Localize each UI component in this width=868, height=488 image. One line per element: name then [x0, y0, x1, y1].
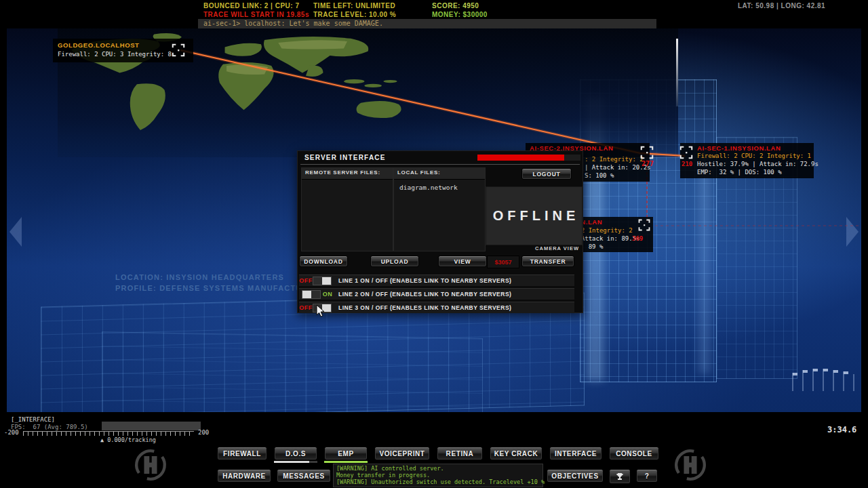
- aisec1-emp-dos: EMP: 32 % | DOS: 100 %: [697, 169, 782, 176]
- window-separator: [300, 164, 580, 165]
- trophy-icon: [616, 472, 624, 481]
- trace-warning: TRACE WILL START IN 19.85s: [203, 11, 309, 18]
- tool-console: CONSOLE: [609, 447, 659, 463]
- line1-label: LINE 1 ON / OFF (ENABLES LINK TO NEARBY …: [338, 277, 511, 284]
- download-button[interactable]: DOWNLOAD: [299, 256, 348, 267]
- trace-level: TRACE LEVEL: 10.00 %: [313, 11, 396, 18]
- achievements-button[interactable]: [609, 469, 631, 484]
- target-box-aisec1: AI-SEC-1.INSYSION.LAN Firewall: 2 CPU: 2…: [680, 143, 814, 178]
- game-logo-left: [133, 447, 168, 483]
- line1-toggle-switch[interactable]: [313, 277, 332, 285]
- aisec1-crosshair-icon[interactable]: [679, 145, 694, 160]
- lat-long: LAT: 50.98 | LONG: 42.81: [738, 2, 825, 9]
- aisec2-crosshair-icon[interactable]: [639, 145, 654, 160]
- aisec1-hostile: Hostile: 37.9% | Attack in: 72.9s: [697, 161, 818, 167]
- top-hud: BOUNCED LINK: 2 | CPU: 7 TRACE WILL STAR…: [0, 0, 868, 19]
- dos-progress-fill: [274, 461, 309, 463]
- objectives-button[interactable]: OBJECTIVES: [547, 469, 604, 483]
- line2-knob: [302, 291, 311, 298]
- message-log: [WARNING] AI controlled server. Money tr…: [333, 464, 543, 487]
- logout-button[interactable]: LOGOUT: [521, 168, 572, 180]
- aisec3-attack: | Attack in: 89.5s: [574, 235, 640, 242]
- aisec1-title: AI-SEC-1.INSYSION.LAN: [697, 144, 781, 152]
- bounced-link-cpu: BOUNCED LINK: 2 | CPU: 7: [203, 2, 299, 9]
- line2-toggle-switch[interactable]: [302, 290, 321, 299]
- tracking-slider-box[interactable]: [102, 422, 201, 430]
- tool-keycrack: KEY CRACK: [490, 447, 542, 463]
- location-line: LOCATION: INSYSION HEADQUARTERS: [115, 273, 320, 281]
- line1-knob: [322, 277, 331, 285]
- line1-state: OFF: [299, 277, 313, 284]
- aisec2-attack: | Attack in: 20.2s: [585, 164, 651, 171]
- dos-button[interactable]: D.O.S: [274, 447, 317, 460]
- camera-view-label: CAMERA VIEW: [535, 245, 579, 251]
- hack-progress-fill: [477, 155, 564, 161]
- console-line: ai-sec-1> localhost: Let's make some DAM…: [203, 20, 383, 27]
- antenna-spike: [676, 39, 678, 106]
- aisec1-distance: 210: [682, 161, 692, 167]
- offline-text: OFFLINE: [489, 208, 580, 224]
- tracking-ruler[interactable]: [23, 431, 194, 436]
- mouse-cursor: [316, 304, 326, 318]
- time-left: TIME LEFT: UNLIMITED: [313, 2, 395, 9]
- log-line: [WARNING] Unauthorized switch use detect…: [336, 479, 542, 485]
- pan-left-arrow[interactable]: [9, 217, 22, 247]
- line3-state: OFF: [299, 304, 313, 311]
- line3-label: LINE 3 ON / OFF (ENABLES LINK TO NEARBY …: [338, 304, 511, 311]
- tool-firewall: FIREWALL: [217, 447, 267, 463]
- voiceprint-button[interactable]: VOICEPRINT: [374, 447, 430, 460]
- window-title: SERVER INTERFACE: [304, 154, 386, 161]
- emp-progress-fill: [324, 461, 368, 463]
- dos-progress-bar: [274, 461, 317, 463]
- interface-button[interactable]: INTERFACE: [549, 447, 602, 460]
- aisec2-distance: 277: [642, 160, 654, 167]
- tool-button-row: FIREWALL D.O.S EMP VOICEPRINT RETINA KEY…: [217, 447, 659, 463]
- local-files-panel: LOCAL FILES: diagram.network: [393, 167, 486, 251]
- remote-files-panel: REMOTE SERVER FILES:: [301, 167, 393, 251]
- emp-progress-bar: [324, 461, 368, 463]
- console-button[interactable]: CONSOLE: [609, 447, 659, 460]
- firewall-button[interactable]: FIREWALL: [217, 447, 267, 460]
- score: SCORE: 4950: [432, 2, 479, 9]
- aisec2-stats: : 2 Integrity: 2: [585, 156, 644, 163]
- ruler-max-label: 200: [198, 429, 209, 436]
- transfer-button[interactable]: TRANSFER: [521, 256, 574, 267]
- profile-line: PROFILE: DEFENSE SYSTEMS MANUFACTURER: [115, 284, 320, 292]
- retina-button[interactable]: RETINA: [437, 447, 483, 460]
- transfer-amount: $3057: [487, 256, 519, 268]
- hardware-button[interactable]: HARDWARE: [217, 469, 271, 483]
- tool-dos: D.O.S: [274, 447, 317, 463]
- aisec3-crosshair-icon[interactable]: [637, 218, 651, 232]
- messages-button[interactable]: MESSAGES: [277, 469, 331, 483]
- game-screen: BOUNCED LINK: 2 | CPU: 7 TRACE WILL STAR…: [0, 0, 868, 488]
- line2-state: ON: [321, 291, 334, 298]
- flag-poles: [790, 361, 858, 391]
- camera-offline-panel: OFFLINE: [486, 186, 583, 245]
- fps-counter: FPS: 67 (Avg: 789.5): [11, 424, 88, 430]
- emp-button[interactable]: EMP: [324, 447, 368, 460]
- upload-button[interactable]: UPLOAD: [370, 256, 419, 267]
- money: MONEY: $30000: [432, 11, 488, 18]
- tower-glow-2: [698, 150, 711, 374]
- line2-toggle-row: ON LINE 2 ON / OFF (ENABLES LINK TO NEAR…: [299, 288, 574, 300]
- local-file-item[interactable]: diagram.network: [394, 180, 485, 191]
- pan-right-arrow[interactable]: [846, 217, 859, 247]
- view-button[interactable]: VIEW: [438, 256, 487, 267]
- game-logo-right: [673, 447, 708, 483]
- key-crack-button[interactable]: KEY CRACK: [490, 447, 542, 460]
- tool-voiceprint: VOICEPRINT: [374, 447, 430, 463]
- goldgeo-crosshair-icon[interactable]: [171, 43, 186, 58]
- aisec2-dos: S: 100 %: [585, 172, 614, 179]
- ruler-min-label: -200: [4, 429, 19, 436]
- aisec3-distance: 369: [632, 235, 643, 242]
- tracking-value: ▲ 0.000/tracking: [100, 436, 156, 443]
- log-line: [WARNING] AI controlled server.: [336, 465, 542, 472]
- line1-toggle-row: OFF LINE 1 ON / OFF (ENABLES LINK TO NEA…: [299, 274, 574, 286]
- tool-emp: EMP: [324, 447, 368, 463]
- line2-label: LINE 2 ON / OFF (ENABLES LINK TO NEARBY …: [338, 291, 511, 298]
- line3-toggle-row: OFF LINE 3 ON / OFF (ENABLES LINK TO NEA…: [299, 302, 574, 313]
- aisec1-stats: Firewall: 2 CPU: 2 Integrity: 1: [697, 152, 811, 159]
- help-button[interactable]: ?: [636, 469, 658, 483]
- tool-interface: INTERFACE: [549, 447, 602, 463]
- local-files-header: LOCAL FILES:: [394, 168, 485, 180]
